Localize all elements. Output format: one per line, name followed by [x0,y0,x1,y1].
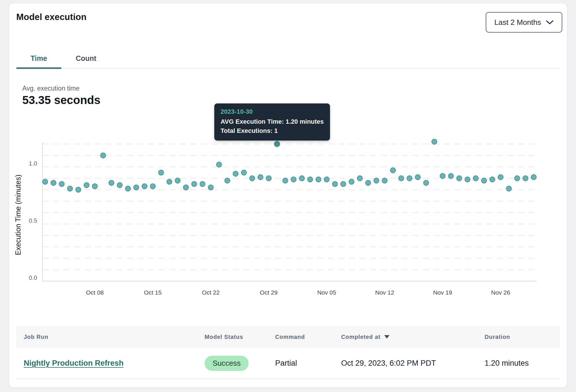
execution-time-scatter-chart[interactable] [42,140,537,294]
x-tick-label: Nov 12 [375,289,394,296]
x-tick-label: Oct 29 [260,289,278,296]
x-tick-label: Nov 26 [491,289,510,296]
avg-execution-time-value: 53.35 seconds [22,94,101,107]
tooltip-date: 2023-10-30 [221,108,324,115]
y-tick-label: 0.5 [17,217,37,224]
job-runs-table: Job Run Model Status Command Completed a… [16,326,560,379]
completed-at-cell: Oct 29, 2023, 6:02 PM PDT [334,359,477,368]
x-tick-label: Oct 08 [86,289,104,296]
command-cell: Partial [268,359,334,368]
x-tick-label: Nov 19 [433,289,452,296]
status-badge: Success [205,356,249,371]
duration-cell: 1.20 minutes [477,359,560,368]
tab-time[interactable]: Time [16,49,61,68]
col-header-job-run[interactable]: Job Run [16,334,197,340]
y-tick-label: 0.0 [17,274,37,281]
tab-time-label: Time [31,54,47,62]
col-header-model-status[interactable]: Model Status [197,334,268,340]
table-row: Nightly Production Refresh Success Parti… [16,348,560,379]
tooltip-avg-line: AVG Execution Time: 1.20 minutes [221,117,324,126]
model-execution-card: Model execution Last 2 Months Time Count… [9,3,567,387]
chart-tabbar: Time Count [16,49,560,69]
date-range-dropdown[interactable]: Last 2 Months [486,12,562,33]
x-tick-label: Oct 22 [202,289,220,296]
avg-execution-time-label: Avg. execution time [22,85,79,92]
x-axis-tick-labels: Oct 08Oct 15Oct 22Oct 29Nov 05Nov 12Nov … [42,289,537,298]
tab-count-label: Count [76,54,96,62]
job-run-link[interactable]: Nightly Production Refresh [24,359,124,367]
col-header-completed-at[interactable]: Completed at [334,334,477,340]
table-header-row: Job Run Model Status Command Completed a… [16,326,560,348]
page-title: Model execution [16,12,87,22]
col-header-command[interactable]: Command [268,334,334,340]
date-range-label: Last 2 Months [494,18,541,27]
y-tick-label: 1.0 [17,160,37,167]
y-axis-title: Execution Time (minutes) [13,135,23,295]
sort-descending-icon[interactable] [384,335,389,339]
col-header-duration[interactable]: Duration [477,334,560,340]
tooltip-total-line: Total Executions: 1 [221,126,324,135]
x-tick-label: Oct 15 [144,289,162,296]
chart-tooltip: 2023-10-30 AVG Execution Time: 1.20 minu… [214,103,330,141]
x-tick-label: Nov 05 [317,289,336,296]
tab-count[interactable]: Count [61,49,111,68]
chevron-down-icon [546,20,554,25]
